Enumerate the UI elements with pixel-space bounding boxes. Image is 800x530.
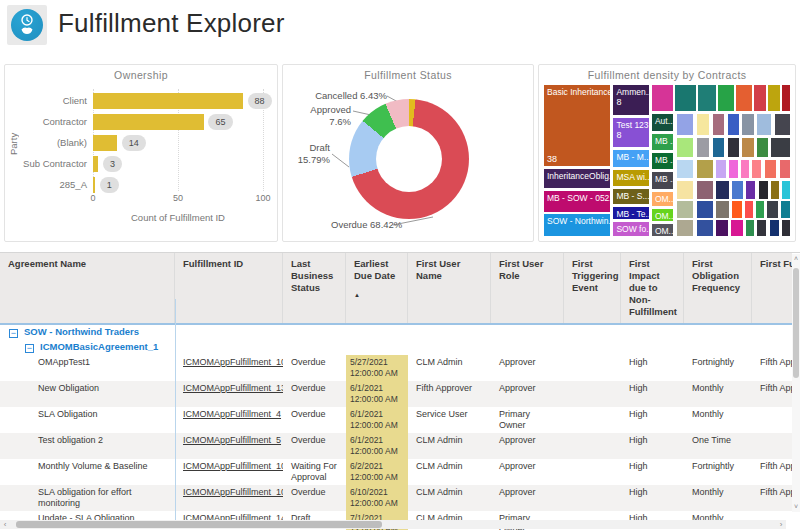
treemap-tile-inheritanceoblig-[interactable]: InheritanceOblig...	[543, 168, 611, 189]
status-donut-chart[interactable]	[349, 99, 469, 219]
vertical-scrollbar-thumb[interactable]	[793, 268, 799, 378]
bar--blank-[interactable]	[93, 135, 117, 151]
scroll-right-icon[interactable]: ›	[776, 520, 786, 529]
treemap-tile[interactable]	[735, 84, 752, 112]
column-header-last-business-status[interactable]: Last Business Status	[283, 253, 346, 323]
treemap-tile-om-[interactable]: OM...	[651, 208, 675, 223]
treemap-tile[interactable]	[779, 159, 791, 179]
column-header-earliest-due-date[interactable]: Earliest Due Date▲	[346, 253, 408, 323]
column-header-agreement-name[interactable]: Agreement Name	[0, 253, 175, 323]
treemap-tile[interactable]	[774, 113, 791, 136]
treemap-tile[interactable]	[676, 180, 695, 200]
treemap-tile[interactable]	[715, 159, 726, 179]
treemap-tile[interactable]	[756, 113, 772, 136]
bar-sub-contractor[interactable]	[93, 156, 98, 172]
scroll-left-icon[interactable]: ‹	[0, 520, 10, 529]
fulfillment-id-link[interactable]: ICMOMAppFulfillment_105	[183, 461, 283, 471]
column-header-first-triggering-event[interactable]: First Triggering Event	[564, 253, 621, 323]
treemap-tile[interactable]	[696, 219, 715, 237]
treemap-tile[interactable]	[781, 180, 791, 200]
column-header-first-user-role[interactable]: First User Role	[491, 253, 564, 323]
treemap-tile-om-[interactable]: OM...	[651, 191, 675, 207]
treemap-tile-aut-[interactable]: Aut...	[651, 113, 675, 132]
treemap-tile[interactable]	[741, 113, 755, 136]
column-header-first-impact-due-to-non-fulfillment[interactable]: First Impact due to Non-Fulfillment	[621, 253, 684, 323]
treemap-tile[interactable]	[730, 219, 744, 237]
treemap-tile[interactable]	[756, 137, 768, 158]
treemap-tile-ammen-[interactable]: Ammen...8	[612, 84, 649, 116]
treemap-tile-msa-wi-[interactable]: MSA wi...	[612, 169, 649, 187]
treemap-tile-mb-s-[interactable]: MB - S...	[612, 188, 649, 205]
fulfillment-id-link[interactable]: ICMOMAppFulfillment_100	[183, 487, 283, 497]
treemap-tile-sow-northwin-[interactable]: SOW - Northwin...	[543, 213, 611, 237]
treemap-tile[interactable]	[770, 137, 791, 158]
treemap-tile[interactable]	[712, 137, 726, 158]
treemap-tile[interactable]	[676, 200, 695, 218]
bar-contractor[interactable]	[93, 114, 204, 130]
treemap-tile[interactable]	[744, 200, 754, 218]
treemap-tile[interactable]	[715, 180, 730, 200]
treemap-tile[interactable]	[740, 159, 750, 179]
treemap-tile-sow-fo-[interactable]: SOW fo...	[612, 221, 649, 237]
treemap-tile[interactable]	[676, 137, 695, 158]
treemap-tile[interactable]	[758, 180, 769, 200]
treemap-tile[interactable]	[651, 84, 675, 112]
fulfillment-id-link[interactable]: ICMOMAppFulfillment_5	[183, 435, 281, 445]
bar-client[interactable]	[93, 93, 243, 109]
treemap-tile[interactable]	[781, 219, 791, 237]
treemap-tile[interactable]	[676, 113, 695, 136]
treemap-tile[interactable]	[715, 219, 729, 237]
treemap-tile[interactable]	[712, 113, 726, 136]
treemap-tile[interactable]	[717, 84, 736, 112]
treemap-tile[interactable]	[770, 180, 780, 200]
treemap-tile[interactable]	[731, 200, 742, 218]
horizontal-scrollbar-thumb[interactable]	[16, 521, 382, 528]
fulfillment-id-link[interactable]: ICMOMAppFulfillment_10	[183, 357, 283, 367]
treemap-tile-mb-sow-052-[interactable]: MB - SOW - 052...	[543, 190, 611, 213]
treemap-tile-om-[interactable]: OM...	[651, 223, 675, 237]
treemap-tile-test-123[interactable]: Test 1238	[612, 117, 649, 148]
scroll-up-icon[interactable]: ˄	[792, 254, 800, 264]
scroll-down-icon[interactable]: ˅	[792, 502, 800, 512]
treemap-tile[interactable]	[696, 200, 715, 218]
column-header-first-user-name[interactable]: First User Name	[408, 253, 491, 323]
treemap-tile[interactable]	[731, 180, 743, 200]
column-header-fulfillment-id[interactable]: Fulfillment ID	[175, 253, 283, 323]
collapse-icon[interactable]: −	[9, 329, 18, 338]
treemap-tile[interactable]	[728, 159, 739, 179]
treemap-tile[interactable]	[727, 137, 741, 158]
treemap-tile[interactable]	[751, 159, 762, 179]
treemap-tile[interactable]	[769, 219, 780, 237]
horizontal-scrollbar[interactable]: ‹ ›	[0, 520, 786, 529]
treemap-tile-basic-inheritance[interactable]: Basic Inheritance38	[543, 84, 611, 167]
treemap-tile-mb-[interactable]: MB ...	[651, 152, 675, 170]
treemap-tile[interactable]	[764, 159, 778, 179]
treemap-tile[interactable]	[767, 84, 781, 112]
treemap-tile[interactable]	[696, 113, 711, 136]
treemap-tile-mb-te-[interactable]: MB - Te...	[612, 206, 649, 221]
treemap-tile[interactable]	[696, 180, 715, 200]
treemap-tile[interactable]	[756, 219, 767, 237]
treemap-tile[interactable]	[755, 200, 765, 218]
treemap-tile[interactable]	[674, 84, 696, 112]
column-header-first-obligation-frequency[interactable]: First Obligation Frequency	[684, 253, 752, 323]
treemap-tile[interactable]	[696, 159, 715, 179]
treemap-tile-mb-[interactable]: MB ...	[651, 133, 675, 151]
vertical-scrollbar[interactable]: ˄ ˅	[792, 254, 800, 512]
treemap-tile[interactable]	[745, 180, 756, 200]
treemap-tile[interactable]	[697, 84, 717, 112]
treemap-tile[interactable]	[741, 137, 755, 158]
treemap-tile-mb-m-[interactable]: MB - M...	[612, 149, 649, 168]
treemap-tile[interactable]	[766, 200, 778, 218]
fulfillment-id-link[interactable]: ICMOMAppFulfillment_4	[183, 409, 281, 419]
treemap-tile[interactable]	[715, 200, 730, 218]
treemap-tile[interactable]	[676, 159, 695, 179]
fulfillment-id-link[interactable]: ICMOMAppFulfillment_131	[183, 383, 283, 393]
treemap-tile[interactable]	[745, 219, 755, 237]
treemap-tile[interactable]	[727, 113, 741, 136]
collapse-icon[interactable]: −	[25, 344, 34, 353]
column-header-first-fulfi[interactable]: First Fulfi	[752, 253, 792, 323]
treemap-tile[interactable]	[781, 84, 791, 112]
treemap-tile[interactable]	[753, 84, 768, 112]
bar-285-a[interactable]	[93, 177, 95, 193]
